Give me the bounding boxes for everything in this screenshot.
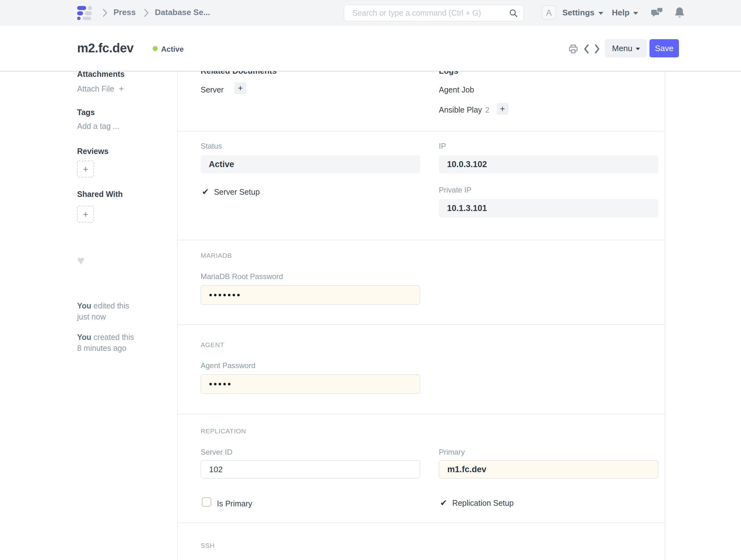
plus-icon: + (500, 104, 505, 114)
attach-file-button[interactable]: Attach File + (77, 84, 124, 94)
add-server-button[interactable]: + (234, 82, 246, 94)
status-field-value: Active (201, 155, 420, 173)
help-label: Help (612, 8, 629, 17)
save-button[interactable]: Save (650, 39, 679, 57)
logo-pill (85, 11, 92, 15)
edited-when: just now (77, 311, 129, 322)
edited-activity: You edited this just now (77, 300, 129, 322)
page-title: m2.fc.dev (77, 41, 134, 55)
agent-password-input[interactable] (201, 374, 420, 394)
dashboard-headings-clip: Related Documents Logs (178, 71, 665, 85)
search-icon[interactable] (509, 8, 518, 18)
chevron-down-icon (636, 48, 640, 50)
global-search (344, 5, 524, 21)
logo-pill (88, 6, 92, 10)
ansible-play-count: 2 (485, 106, 489, 114)
plus-icon: + (83, 209, 88, 220)
logo-pill (77, 6, 86, 10)
created-activity: You created this 8 minutes ago (77, 332, 134, 354)
created-action: created this (93, 333, 134, 341)
feedback-chat-icon[interactable] (651, 7, 663, 19)
search-input[interactable] (344, 5, 524, 21)
add-share-button[interactable]: + (77, 206, 94, 223)
add-tag-input[interactable]: Add a tag ... (77, 122, 120, 131)
breadcrumb-chevron-icon (144, 8, 149, 17)
private-ip-field-value: 10.1.3.101 (439, 199, 658, 217)
navbar: Press Database Se... A Settings Help (0, 0, 741, 26)
log-link-ansible-play[interactable]: Ansible Play (439, 105, 482, 114)
next-document-icon[interactable] (593, 44, 601, 54)
prev-document-icon[interactable] (583, 44, 591, 54)
tags-heading: Tags (77, 108, 95, 117)
section-divider (178, 414, 665, 414)
check-icon: ✔ (440, 498, 447, 508)
server-setup-check: ✔Server Setup (202, 187, 260, 197)
agent-password-label: Agent Password (201, 361, 256, 370)
page-head: m2.fc.dev Active Menu Save (0, 26, 741, 71)
server-setup-label: Server Setup (214, 187, 260, 196)
breadcrumb-item-press[interactable]: Press (114, 7, 136, 17)
breadcrumb-item-database-server[interactable]: Database Se... (155, 7, 210, 17)
related-documents-heading: Related Documents (201, 71, 277, 76)
like-heart-icon[interactable]: ♥ (77, 253, 85, 267)
app-root: Press Database Se... A Settings Help m2.… (0, 0, 741, 560)
section-divider (178, 523, 665, 523)
help-menu[interactable]: Help (612, 8, 638, 17)
logo-pill (77, 11, 83, 15)
status-field-label: Status (201, 142, 222, 150)
logo-pill (82, 17, 91, 20)
menu-button-label: Menu (612, 44, 632, 53)
ssh-section-heading: SSH (201, 542, 215, 549)
heart-glyph: ♥ (77, 253, 85, 267)
primary-label: Primary (439, 448, 465, 456)
shared-with-heading: Shared With (77, 190, 123, 199)
replication-setup-label: Replication Setup (452, 499, 514, 507)
add-review-button[interactable]: + (77, 161, 94, 178)
plus-icon: + (119, 84, 124, 94)
menu-button[interactable]: Menu (605, 39, 647, 57)
section-divider (178, 240, 665, 240)
edited-line1: You edited this (77, 300, 129, 311)
log-link-agent-job[interactable]: Agent Job (439, 85, 474, 95)
server-id-input[interactable] (201, 460, 420, 479)
replication-setup-check: ✔Replication Setup (440, 498, 514, 508)
section-divider (178, 324, 665, 325)
breadcrumb-chevron-icon (102, 8, 108, 17)
edited-action: edited this (93, 301, 129, 310)
server-id-label: Server ID (201, 448, 232, 456)
is-primary-label: Is Primary (217, 499, 252, 508)
status-indicator-label: Active (161, 45, 184, 54)
app-logo-icon[interactable] (77, 6, 95, 20)
agent-section-heading: AGENT (201, 341, 224, 349)
created-line1: You created this (77, 332, 134, 343)
add-ansible-play-button[interactable]: + (496, 103, 509, 115)
check-icon: ✔ (202, 187, 209, 197)
primary-input[interactable] (439, 460, 658, 479)
attachments-heading: Attachments (77, 70, 124, 79)
edited-who: You (77, 301, 91, 310)
chevron-down-icon (598, 12, 603, 15)
plus-icon: + (238, 83, 243, 93)
notifications-bell-icon[interactable] (674, 6, 685, 19)
mariadb-root-password-label: MariaDB Root Password (201, 272, 283, 281)
private-ip-field-label: Private IP (439, 186, 471, 194)
ip-field-value: 10.0.3.102 (439, 155, 658, 173)
section-divider (178, 131, 665, 131)
created-when: 8 minutes ago (77, 343, 134, 354)
logs-heading: Logs (439, 71, 458, 76)
ip-field-label: IP (439, 142, 446, 150)
logo-pill (77, 17, 80, 20)
form-body (178, 71, 665, 560)
related-link-server[interactable]: Server (201, 85, 224, 95)
mariadb-section-heading: MARIADB (201, 252, 232, 259)
plus-icon: + (83, 164, 88, 174)
avatar[interactable]: A (542, 5, 556, 20)
settings-label: Settings (562, 8, 595, 17)
print-icon[interactable] (568, 44, 579, 54)
created-who: You (77, 333, 91, 341)
is-primary-checkbox[interactable] (202, 497, 211, 507)
status-indicator-dot (153, 46, 158, 51)
replication-section-heading: REPLICATION (201, 427, 246, 435)
mariadb-root-password-input[interactable] (201, 285, 420, 305)
settings-menu[interactable]: Settings (562, 8, 603, 17)
